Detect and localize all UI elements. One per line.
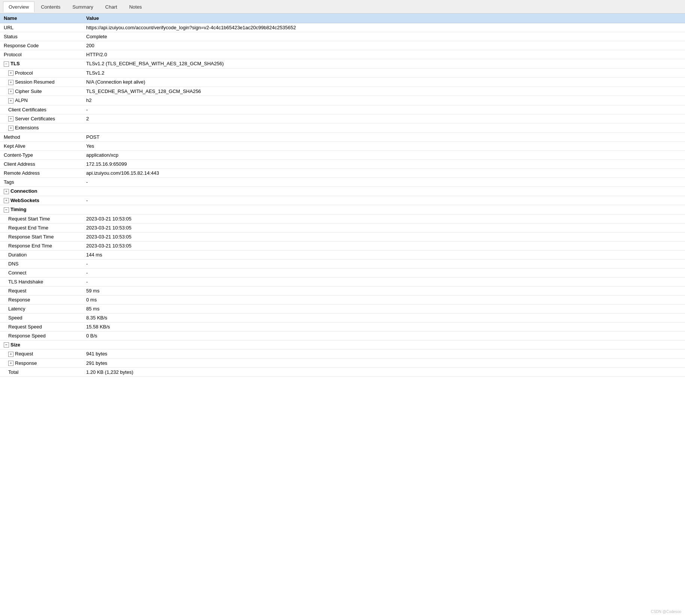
minus-icon[interactable]: − bbox=[4, 207, 9, 213]
table-row: +Extensions bbox=[0, 123, 685, 133]
row-label: +Extensions bbox=[0, 123, 82, 133]
plus-icon[interactable]: + bbox=[8, 80, 13, 85]
table-row: DNS- bbox=[0, 259, 685, 268]
table-row: Latency85 ms bbox=[0, 304, 685, 313]
table-row: Kept AliveYes bbox=[0, 141, 685, 150]
tab-chart[interactable]: Chart bbox=[100, 1, 123, 12]
row-label-text: Cipher Suite bbox=[15, 88, 42, 94]
table-row: −TLSTLSv1.2 (TLS_ECDHE_RSA_WITH_AES_128_… bbox=[0, 59, 685, 69]
row-label: Response Start Time bbox=[0, 232, 82, 241]
row-value: TLS_ECDHE_RSA_WITH_AES_128_GCM_SHA256 bbox=[82, 87, 685, 96]
table-row: TLS Handshake- bbox=[0, 277, 685, 286]
plus-icon[interactable]: + bbox=[8, 98, 13, 103]
row-label: Duration bbox=[0, 250, 82, 259]
row-label: Request End Time bbox=[0, 223, 82, 232]
row-label: Response bbox=[0, 295, 82, 304]
row-label: Request bbox=[0, 286, 82, 295]
row-value: 2023-03-21 10:53:05 bbox=[82, 223, 685, 232]
table-header-row: Name Value bbox=[0, 13, 685, 23]
row-value: application/xcp bbox=[82, 150, 685, 159]
row-value: TLSv1.2 (TLS_ECDHE_RSA_WITH_AES_128_GCM_… bbox=[82, 59, 685, 69]
plus-icon[interactable]: + bbox=[8, 89, 13, 94]
section-label: Timing bbox=[10, 207, 26, 212]
row-label: Response Speed bbox=[0, 331, 82, 340]
section-label: TLS bbox=[10, 61, 20, 66]
row-label: +Server Certificates bbox=[0, 114, 82, 123]
row-value: 200 bbox=[82, 41, 685, 50]
table-row: +Connection bbox=[0, 186, 685, 196]
row-label: −Size bbox=[0, 340, 82, 349]
table-row: Request59 ms bbox=[0, 286, 685, 295]
table-row: +Cipher SuiteTLS_ECDHE_RSA_WITH_AES_128_… bbox=[0, 87, 685, 96]
row-value: 2023-03-21 10:53:05 bbox=[82, 241, 685, 250]
row-label: +WebSockets bbox=[0, 196, 82, 205]
row-label-text: Request bbox=[15, 351, 33, 357]
plus-icon[interactable]: + bbox=[8, 126, 13, 131]
row-value: 941 bytes bbox=[82, 349, 685, 359]
table-row: +Response291 bytes bbox=[0, 358, 685, 368]
tab-contents[interactable]: Contents bbox=[35, 1, 66, 12]
row-label: +Connection bbox=[0, 186, 82, 196]
row-value: 2023-03-21 10:53:05 bbox=[82, 214, 685, 223]
row-value: 0 B/s bbox=[82, 331, 685, 340]
minus-icon[interactable]: − bbox=[4, 342, 9, 348]
row-label: DNS bbox=[0, 259, 82, 268]
table-row: +Request941 bytes bbox=[0, 349, 685, 359]
table-row: Request Start Time2023-03-21 10:53:05 bbox=[0, 214, 685, 223]
row-value: N/A (Connection kept alive) bbox=[82, 78, 685, 87]
tab-notes[interactable]: Notes bbox=[124, 1, 148, 12]
table-row: ProtocolHTTP/2.0 bbox=[0, 50, 685, 59]
table-row: Remote Addressapi.izuiyou.com/106.15.82.… bbox=[0, 168, 685, 177]
minus-icon[interactable]: − bbox=[4, 61, 9, 67]
row-label: Status bbox=[0, 32, 82, 41]
plus-icon[interactable]: + bbox=[4, 198, 9, 203]
row-label: +Cipher Suite bbox=[0, 87, 82, 96]
row-value: HTTP/2.0 bbox=[82, 50, 685, 59]
row-value: 1.20 KB (1,232 bytes) bbox=[82, 368, 685, 377]
row-label: Response End Time bbox=[0, 241, 82, 250]
summary-table: Name Value URLhttps://api.izuiyou.com/ac… bbox=[0, 13, 685, 377]
row-label-text: Protocol bbox=[15, 70, 33, 76]
row-label: Connect bbox=[0, 268, 82, 277]
row-label: Speed bbox=[0, 313, 82, 322]
table-row: Speed8.35 KB/s bbox=[0, 313, 685, 322]
row-label: URL bbox=[0, 23, 82, 32]
plus-icon[interactable]: + bbox=[8, 116, 13, 121]
row-value: - bbox=[82, 259, 685, 268]
row-label: Response Code bbox=[0, 41, 82, 50]
table-row: Request Speed15.58 KB/s bbox=[0, 322, 685, 331]
row-label-text: Extensions bbox=[15, 125, 39, 130]
summary-table-container: Name Value URLhttps://api.izuiyou.com/ac… bbox=[0, 13, 685, 377]
plus-icon[interactable]: + bbox=[8, 361, 13, 366]
row-value bbox=[82, 186, 685, 196]
table-row: Response Speed0 B/s bbox=[0, 331, 685, 340]
table-row: Response0 ms bbox=[0, 295, 685, 304]
table-row: +Server Certificates2 bbox=[0, 114, 685, 123]
row-value: POST bbox=[82, 132, 685, 141]
row-value: 2 bbox=[82, 114, 685, 123]
table-row: Total1.20 KB (1,232 bytes) bbox=[0, 368, 685, 377]
table-row: Response End Time2023-03-21 10:53:05 bbox=[0, 241, 685, 250]
row-value: Complete bbox=[82, 32, 685, 41]
row-label: +Response bbox=[0, 358, 82, 368]
value-column-header: Value bbox=[82, 13, 685, 23]
row-label: Tags bbox=[0, 177, 82, 186]
row-label-text: Response bbox=[15, 360, 37, 366]
table-row: Connect- bbox=[0, 268, 685, 277]
tab-summary[interactable]: Summary bbox=[67, 1, 99, 12]
table-row: MethodPOST bbox=[0, 132, 685, 141]
name-column-header: Name bbox=[0, 13, 82, 23]
plus-icon[interactable]: + bbox=[8, 352, 13, 357]
row-label: TLS Handshake bbox=[0, 277, 82, 286]
row-value: 0 ms bbox=[82, 295, 685, 304]
plus-icon[interactable]: + bbox=[8, 70, 13, 76]
plus-icon[interactable]: + bbox=[4, 189, 9, 194]
row-label: Content-Type bbox=[0, 150, 82, 159]
tab-overview[interactable]: Overview bbox=[3, 1, 34, 12]
row-label: −TLS bbox=[0, 59, 82, 69]
row-value: 15.58 KB/s bbox=[82, 322, 685, 331]
table-row: Content-Typeapplication/xcp bbox=[0, 150, 685, 159]
section-label: Size bbox=[10, 342, 20, 348]
row-value: Yes bbox=[82, 141, 685, 150]
row-label: +Protocol bbox=[0, 68, 82, 78]
